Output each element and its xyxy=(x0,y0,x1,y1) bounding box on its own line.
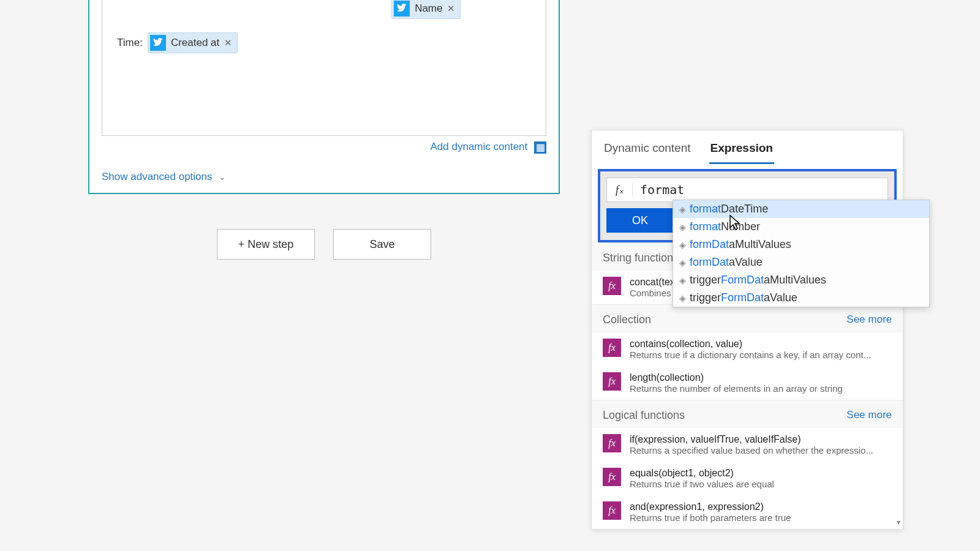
fx-icon: fₓ xyxy=(607,183,633,197)
token-text-created: Created at xyxy=(171,37,219,49)
fx-row: fₓ xyxy=(606,178,888,202)
field-row-time: Time: Created at ✕ xyxy=(107,30,541,56)
save-button[interactable]: Save xyxy=(333,229,431,260)
function-item[interactable]: fx if(expression, valueIfTrue, valueIfFa… xyxy=(592,428,903,462)
token-name[interactable]: Name ✕ xyxy=(391,0,461,19)
symbol-icon: ◈ xyxy=(679,204,686,214)
add-dynamic-row: Add dynamic content ▦ xyxy=(89,136,559,162)
new-step-button[interactable]: + New step xyxy=(217,229,315,260)
add-dynamic-link[interactable]: Add dynamic content xyxy=(431,141,528,152)
function-desc: Returns true if two values are equal xyxy=(630,479,892,489)
action-row: + New step Save xyxy=(88,214,560,260)
see-more-link[interactable]: See more xyxy=(846,409,892,422)
function-signature: equals(object1, object2) xyxy=(630,468,892,479)
symbol-icon: ◈ xyxy=(679,276,686,285)
panel-tabs: Dynamic content Expression xyxy=(592,130,903,164)
symbol-icon: ◈ xyxy=(679,222,686,232)
function-item[interactable]: fx equals(object1, object2) Returns true… xyxy=(592,462,903,495)
autocomplete-item[interactable]: ◈ triggerFormDataMultiValues xyxy=(673,271,929,289)
function-desc: Returns the number of elements in an arr… xyxy=(630,383,892,394)
fx-badge-icon: fx xyxy=(603,434,621,452)
chevron-down-icon: ⌄ xyxy=(219,172,226,182)
fx-badge-icon: fx xyxy=(603,468,621,486)
tab-expression[interactable]: Expression xyxy=(709,137,774,164)
scroll-indicator-icon[interactable]: ▾ xyxy=(897,518,900,527)
symbol-icon: ◈ xyxy=(679,240,686,250)
autocomplete-item[interactable]: ◈ triggerFormDataValue xyxy=(673,289,929,307)
plus-icon[interactable]: ▦ xyxy=(534,141,546,154)
function-signature: if(expression, valueIfTrue, valueIfFalse… xyxy=(630,434,892,445)
show-adv-link[interactable]: Show advanced options ⌄ xyxy=(89,162,559,193)
autocomplete-item[interactable]: ◈ formDataValue xyxy=(673,253,929,271)
token-text-name: Name xyxy=(415,2,442,15)
ok-button[interactable]: OK xyxy=(606,208,674,233)
close-icon[interactable]: ✕ xyxy=(447,3,455,14)
twitter-icon xyxy=(394,1,410,17)
show-adv-text: Show advanced options xyxy=(102,171,213,183)
expression-input[interactable] xyxy=(633,178,888,201)
function-signature: length(collection) xyxy=(630,372,892,383)
symbol-icon: ◈ xyxy=(679,258,686,268)
field-row-name: Name of the user: Name ✕ xyxy=(107,0,541,21)
expression-panel: Dynamic content Expression fₓ OK ◈ forma… xyxy=(591,130,903,530)
category-title: String functions xyxy=(603,252,679,264)
function-signature: contains(collection, value) xyxy=(630,339,892,350)
tab-dynamic-content[interactable]: Dynamic content xyxy=(603,137,692,164)
autocomplete-popup: ◈ formatDateTime ◈ formatNumber ◈ formDa… xyxy=(673,200,930,307)
function-item[interactable]: fx contains(collection, value) Returns t… xyxy=(592,332,903,366)
close-icon[interactable]: ✕ xyxy=(224,37,232,48)
twitter-icon xyxy=(150,35,166,51)
autocomplete-item[interactable]: ◈ formatNumber xyxy=(673,218,929,236)
fx-editor: fₓ OK ◈ formatDateTime ◈ formatNumber ◈ … xyxy=(598,169,897,242)
field-label-time: Time: xyxy=(117,37,143,49)
fx-badge-icon: fx xyxy=(603,277,621,295)
function-desc: Returns true if a dictionary contains a … xyxy=(630,350,892,360)
category-header: Logical functions See more xyxy=(592,400,903,428)
function-item[interactable]: fx and(expression1, expression2) Returns… xyxy=(592,495,903,529)
function-desc: Returns a specified value based on wheth… xyxy=(630,445,892,455)
category-header: Collection See more xyxy=(592,304,903,332)
function-item[interactable]: fx length(collection) Returns the number… xyxy=(592,366,903,400)
function-desc: Returns true if both parameters are true xyxy=(630,512,892,523)
fx-badge-icon: fx xyxy=(603,372,621,391)
category-title: Collection xyxy=(603,313,651,326)
fx-badge-icon: fx xyxy=(603,339,621,357)
autocomplete-item[interactable]: ◈ formDataMultiValues xyxy=(673,236,929,253)
token-created-at[interactable]: Created at ✕ xyxy=(148,32,238,53)
autocomplete-item[interactable]: ◈ formatDateTime xyxy=(673,200,929,218)
see-more-link[interactable]: See more xyxy=(846,313,892,326)
function-signature: and(expression1, expression2) xyxy=(630,501,892,512)
category-title: Logical functions xyxy=(603,409,685,422)
compose-body[interactable]: Name of the user: Name ✕ Time: Created a… xyxy=(102,0,546,136)
fx-badge-icon: fx xyxy=(603,501,621,520)
symbol-icon: ◈ xyxy=(679,293,686,303)
action-card: Name of the user: Name ✕ Time: Created a… xyxy=(88,0,560,194)
